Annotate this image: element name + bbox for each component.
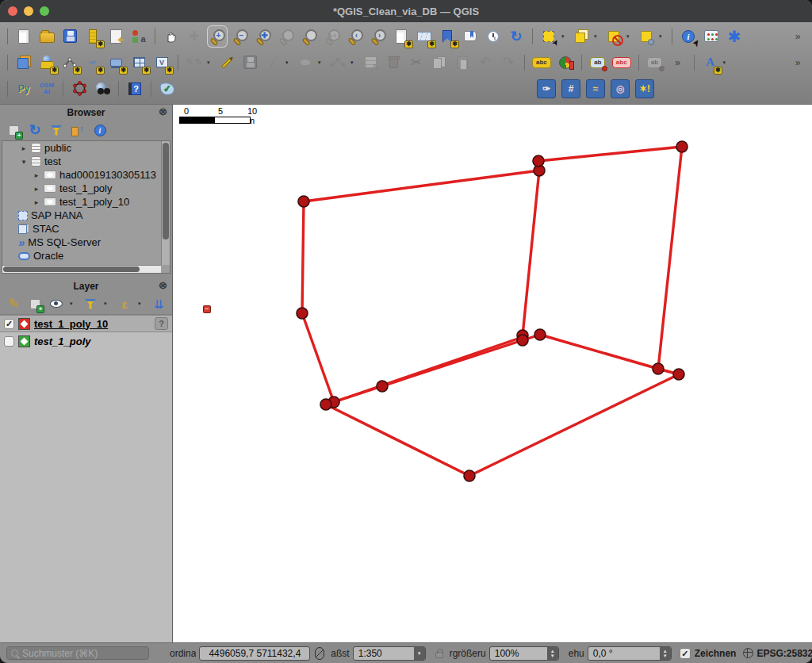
redo-icon[interactable]: ↷ xyxy=(499,52,518,73)
help-icon[interactable]: ? xyxy=(125,79,144,99)
zoom-out-icon[interactable]: − xyxy=(231,26,250,47)
digitizing-hexagon-icon[interactable] xyxy=(70,79,89,99)
crs-button[interactable]: EPSG:25832 xyxy=(756,648,812,659)
browser-item-test-1-poly-10[interactable]: ▸test_1_poly_10 xyxy=(2,195,170,209)
new-spatialite-icon[interactable]: ✒✱ xyxy=(83,52,102,73)
properties-widget-icon[interactable]: i xyxy=(93,122,107,138)
coordinate-input[interactable]: 4496059,7 5711432,4 xyxy=(199,646,310,661)
expander-icon[interactable]: ▸ xyxy=(20,144,28,152)
layer-visibility-checkbox[interactable] xyxy=(4,336,14,347)
pan-map-icon[interactable] xyxy=(162,26,181,47)
magnifier-spinner-icon[interactable]: ▲▼ xyxy=(547,647,558,660)
refresh-browser-icon[interactable]: ↻ xyxy=(28,122,42,138)
browser-item-sap-hana[interactable]: SAP HANA xyxy=(2,209,170,222)
browser-item-had00019130305113[interactable]: ▸had00019130305113 xyxy=(2,168,170,182)
move-label-icon[interactable]: ab xyxy=(645,52,665,73)
current-edits-icon[interactable]: ✎✎ xyxy=(185,52,204,73)
cut-features-icon[interactable]: ✂ xyxy=(407,52,426,73)
pin-labels-icon[interactable]: ab xyxy=(588,52,607,73)
layer-row-test-1-poly-10[interactable]: ✓test_1_poly_10? xyxy=(0,315,172,332)
geometry-check-icon[interactable]: ✔ xyxy=(158,79,177,99)
browser-item-stac[interactable]: STAC xyxy=(2,222,170,236)
fullscreen-button[interactable] xyxy=(40,6,49,16)
browser-item-test[interactable]: ▾test xyxy=(2,155,170,168)
manage-map-themes-dropdown-icon[interactable]: ▾ xyxy=(70,301,76,307)
save-project-icon[interactable] xyxy=(60,26,79,47)
vertex-tool-icon[interactable] xyxy=(328,52,347,73)
eyedropper-plugin-icon[interactable]: ✑ xyxy=(536,79,557,99)
undo-icon[interactable]: ↶ xyxy=(476,52,495,73)
python-console-icon[interactable]: Py xyxy=(14,79,33,99)
deselect-features-icon[interactable] xyxy=(604,26,623,47)
browser-item-oracle[interactable]: Oracle xyxy=(2,249,170,263)
close-button[interactable] xyxy=(8,6,17,16)
project-properties-icon[interactable] xyxy=(106,26,125,47)
zoom-native-resolution-icon[interactable]: 1:1 xyxy=(323,26,342,47)
copy-features-icon[interactable] xyxy=(430,52,449,73)
paste-features-icon[interactable] xyxy=(453,52,472,73)
temporal-controller-icon[interactable] xyxy=(484,26,503,47)
annotation-toolbar-extension-icon[interactable]: » xyxy=(788,52,807,73)
shape-digitizing-dropdown-icon[interactable]: ▾ xyxy=(318,59,324,66)
new-3d-map-view-icon[interactable]: ✱ xyxy=(415,26,434,47)
add-selected-layers-icon[interactable]: + xyxy=(6,122,21,138)
rotation-spinbox[interactable]: 0,0 ° ▲▼ xyxy=(588,646,672,661)
minimize-button[interactable] xyxy=(24,6,33,16)
processing-toolbox-icon[interactable]: ✱ xyxy=(725,26,744,47)
extent-tracking-icon[interactable] xyxy=(315,647,324,660)
overlap-circles-plugin-icon[interactable]: ◎ xyxy=(610,79,630,99)
map-canvas[interactable]: 0 5 10 m xyxy=(173,105,812,642)
vertex-tool-dropdown-icon[interactable]: ▾ xyxy=(350,59,357,66)
toggle-editing-icon[interactable] xyxy=(217,52,236,73)
annotation-dropdown-icon[interactable]: ▾ xyxy=(723,59,730,66)
filter-by-expression-dropdown-icon[interactable]: ▾ xyxy=(138,301,144,307)
datasource-manager-icon[interactable] xyxy=(14,52,33,73)
filter-legend-dropdown-icon[interactable]: ▾ xyxy=(104,301,110,307)
shape-digitizing-icon[interactable] xyxy=(296,52,315,73)
modify-attributes-icon[interactable] xyxy=(361,52,380,73)
new-mesh-layer-icon[interactable]: V✱ xyxy=(152,52,171,73)
expander-icon[interactable]: ▸ xyxy=(33,185,40,193)
star-warning-plugin-icon[interactable]: ✶! xyxy=(634,79,655,99)
browser-item-ms-sql-server[interactable]: »MS SQL-Server xyxy=(2,236,170,249)
select-features-by-value-icon[interactable] xyxy=(572,26,591,47)
layer-diagram-icon[interactable] xyxy=(556,52,575,73)
manage-map-themes-icon[interactable] xyxy=(49,296,63,312)
select-by-location-icon[interactable] xyxy=(637,26,656,47)
new-memory-layer-icon[interactable]: ✱ xyxy=(106,52,125,73)
new-map-view-icon[interactable]: ✱ xyxy=(392,26,411,47)
expand-all-icon[interactable]: ⇊ xyxy=(151,296,166,312)
browser-close-icon[interactable]: ⊗ xyxy=(159,106,167,117)
layer-close-icon[interactable]: ⊗ xyxy=(159,280,167,290)
layer-visibility-checkbox[interactable]: ✓ xyxy=(4,319,14,329)
new-spatial-bookmark-icon[interactable]: ✱ xyxy=(438,26,457,47)
browser-vertical-scrollbar[interactable] xyxy=(161,141,170,265)
filter-browser-icon[interactable] xyxy=(49,122,63,138)
new-project-icon[interactable] xyxy=(14,26,33,47)
select-features-dropdown-icon[interactable]: ▾ xyxy=(561,33,568,40)
open-layer-styling-icon[interactable]: ✎ xyxy=(6,296,21,312)
expander-icon[interactable]: ▸ xyxy=(33,198,40,206)
layer-row-test-1-poly[interactable]: test_1_poly xyxy=(0,332,172,350)
unknown-crs-badge[interactable]: ? xyxy=(155,317,168,330)
search-input[interactable]: Suchmuster (⌘K) xyxy=(6,646,149,660)
browser-item-public[interactable]: ▸public xyxy=(2,141,170,155)
scale-dropdown-icon[interactable]: ▼ xyxy=(414,647,425,660)
lock-scale-icon[interactable] xyxy=(435,652,443,658)
current-edits-dropdown-icon[interactable]: ▾ xyxy=(207,59,213,66)
label-toolbar-extension-icon[interactable]: » xyxy=(668,52,688,73)
identify-features-icon[interactable]: i xyxy=(679,26,698,47)
highlight-pinned-labels-icon[interactable]: abc xyxy=(611,52,632,73)
zoom-to-selection-icon[interactable] xyxy=(277,26,296,47)
filter-by-expression-icon[interactable]: ε xyxy=(117,296,132,312)
osm-place-search-icon[interactable] xyxy=(93,79,112,99)
open-project-icon[interactable] xyxy=(37,26,56,47)
hash-plugin-icon[interactable]: # xyxy=(561,79,581,99)
annotation-icon[interactable]: A✱ xyxy=(701,52,720,73)
zoom-full-extent-icon[interactable]: ✚ xyxy=(254,26,273,47)
browser-horizontal-scrollbar[interactable] xyxy=(2,265,161,273)
layout-manager-icon[interactable]: ✱ xyxy=(83,26,102,47)
deselect-features-dropdown-icon[interactable]: ▾ xyxy=(626,33,633,40)
new-virtual-layer-icon[interactable]: ✱ xyxy=(129,52,148,73)
zoom-last-icon[interactable]: ‹ xyxy=(346,26,365,47)
